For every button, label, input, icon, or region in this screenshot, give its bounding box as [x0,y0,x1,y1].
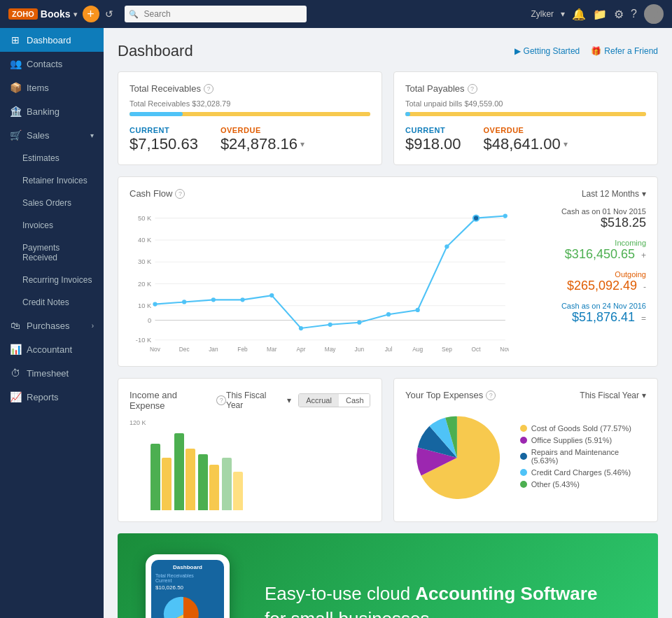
gift-icon: 🎁 [591,46,601,56]
sidebar-label-dashboard: Dashboard [27,35,71,45]
sidebar-item-credit-notes[interactable]: Credit Notes [0,291,104,314]
receivables-progress [130,112,370,116]
svg-point-20 [240,297,244,302]
sidebar-item-banking[interactable]: 🏦 Banking [0,99,104,123]
sidebar: ⊞ Dashboard 👥 Contacts 📦 Items 🏦 Banking… [0,28,104,618]
add-button[interactable]: + [83,6,99,22]
svg-point-28 [473,215,479,220]
income-expense-filter[interactable]: This Fiscal Year ▾ [226,391,291,410]
refer-friend-button[interactable]: 🎁 Refer a Friend [591,46,658,56]
files-icon[interactable]: 📁 [593,8,607,21]
legend-label-5: Other (5.43%) [531,480,580,489]
cash-opening-label: Cash as on 01 Nov 2015 [520,207,646,216]
sidebar-item-contacts[interactable]: 👥 Contacts [0,52,104,76]
banking-icon: 🏦 [10,106,21,117]
pie-container: Cost of Goods Sold (77.57%) Office Suppl… [405,409,646,507]
sidebar-item-reports[interactable]: 📈 Reports [0,385,104,409]
income-expense-filter-icon: ▾ [287,395,291,405]
svg-text:2016: 2016 [353,352,366,353]
svg-text:2015: 2015 [178,352,191,353]
phone-mockup: Dashboard Total Receivables Current $10,… [146,554,230,618]
logo-dropdown-icon[interactable]: ▾ [74,10,77,18]
promo-text: Easy-to-use cloud Accounting Software fo… [265,581,597,618]
y-axis-label: 120 K [130,419,146,426]
search-input[interactable] [125,6,307,22]
cashflow-filter-icon: ▾ [642,189,646,199]
receivables-title: Total Receivables ? [130,83,370,94]
payables-help-icon[interactable]: ? [468,84,477,94]
svg-text:2015: 2015 [148,352,162,353]
accrual-button[interactable]: Accrual [299,394,339,407]
payables-overdue-dropdown-icon[interactable]: ▾ [564,139,568,149]
refresh-icon[interactable]: ↺ [105,8,113,20]
svg-point-21 [270,293,274,297]
sidebar-label-contacts: Contacts [27,59,62,69]
incoming-symbol: + [641,251,646,260]
sidebar-item-sales-orders[interactable]: Sales Orders [0,192,104,214]
cashflow-chart: 50 K 40 K 30 K 20 K 10 K 0 -10 K [130,207,509,355]
incoming-block: Incoming $316,450.65 + [520,239,646,262]
income-expense-card: Income and Expense ? This Fiscal Year ▾ … [118,378,382,522]
legend-item-3: Repairs and Maintenance (5.63%) [520,448,646,465]
svg-point-22 [299,326,303,330]
expense-bar [186,449,195,510]
cash-final-value: $51,876.41 = [520,310,646,325]
sidebar-item-recurring-invoices[interactable]: Recurring Invoices [0,269,104,291]
user-name[interactable]: Zylker [531,9,554,19]
receivables-current-label: CURRENT [130,126,169,134]
getting-started-button[interactable]: ▶ Getting Started [514,46,580,56]
sidebar-item-dashboard[interactable]: ⊞ Dashboard [0,28,104,52]
receivables-overdue-dropdown-icon[interactable]: ▾ [300,139,304,149]
top-expenses-help-icon[interactable]: ? [486,391,496,400]
svg-text:2016: 2016 [470,352,483,353]
payables-amounts: CURRENT $918.00 OVERDUE $48,641.00 ▾ [405,125,646,153]
payables-overdue-amount: $48,641.00 ▾ [484,135,568,153]
cashflow-title: Cash Flow ? [130,188,185,199]
user-dropdown-icon[interactable]: ▾ [561,9,565,19]
legend-dot-4 [520,469,527,476]
help-icon[interactable]: ? [631,8,637,20]
sidebar-item-timesheet[interactable]: ⏱ Timesheet [0,361,104,385]
cashflow-stats: Cash as on 01 Nov 2015 $518.25 Incoming … [520,207,646,355]
sidebar-label-retainer: Retainer Invoices [22,176,88,185]
sidebar-item-invoices[interactable]: Invoices [0,214,104,237]
cash-button[interactable]: Cash [339,394,370,407]
svg-text:0: 0 [148,317,151,324]
sidebar-item-items[interactable]: 📦 Items [0,76,104,99]
contacts-icon: 👥 [10,58,21,69]
top-expenses-filter[interactable]: This Fiscal Year ▾ [580,391,646,400]
svg-text:2016: 2016 [382,352,396,353]
sidebar-item-purchases[interactable]: 🛍 Purchases › [0,314,104,337]
items-icon: 📦 [10,82,21,93]
outgoing-symbol: - [643,282,646,292]
cashflow-help-icon[interactable]: ? [175,189,185,199]
sidebar-item-retainer[interactable]: Retainer Invoices [0,169,104,192]
sidebar-item-payments-received[interactable]: Payments Received [0,237,104,269]
income-expense-help-icon[interactable]: ? [216,395,226,405]
cash-final-symbol: = [641,314,646,323]
sidebar-item-sales[interactable]: 🛒 Sales ▾ [0,123,104,147]
phone-screen: Dashboard Total Receivables Current $10,… [151,560,224,618]
receivables-overdue-amount: $24,878.16 ▾ [220,135,304,153]
accrual-cash-toggle: Accrual Cash [298,393,370,407]
incoming-value: $316,450.65 + [520,247,646,262]
legend-label-3: Repairs and Maintenance (5.63%) [531,448,646,465]
svg-text:2016: 2016 [265,352,279,353]
legend-dot-2 [520,437,527,444]
receivables-help-icon[interactable]: ? [204,84,214,94]
payables-progress [405,112,646,116]
sidebar-item-estimates[interactable]: Estimates [0,147,104,169]
svg-point-0 [650,8,658,16]
sales-icon: 🛒 [10,129,21,141]
avatar[interactable] [644,4,664,24]
cashflow-filter[interactable]: Last 12 Months ▾ [582,189,646,199]
pie-chart-svg [405,409,509,507]
top-expenses-title: Your Top Expenses ? [405,390,496,400]
sidebar-item-accountant[interactable]: 📊 Accountant [0,337,104,361]
sidebar-label-banking: Banking [27,106,59,117]
bar-group-2 [174,433,195,510]
bar-group-3 [198,454,219,510]
notification-icon[interactable]: 🔔 [572,8,586,21]
payables-title: Total Payables ? [405,83,646,94]
settings-icon[interactable]: ⚙ [614,8,624,21]
